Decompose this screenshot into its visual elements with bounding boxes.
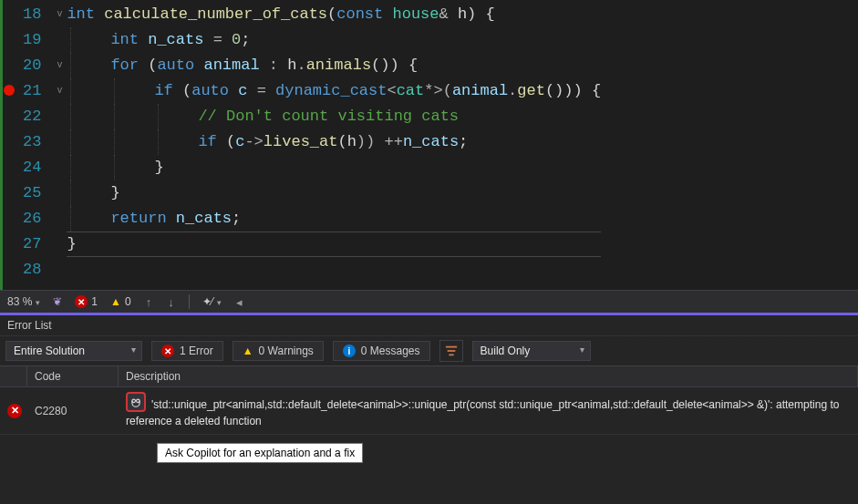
warning-icon: ▲ (243, 345, 253, 357)
col-description[interactable]: Description (119, 366, 858, 386)
copilot-explain-button[interactable] (126, 392, 146, 412)
error-list-toolbar: Entire Solution ✕ 1 Error ▲ 0 Warnings i… (0, 336, 858, 366)
build-dropdown[interactable]: Build Only (472, 341, 591, 361)
inline-warnings[interactable]: ▲ 0 (110, 295, 131, 308)
back-arrow[interactable]: ◂ (234, 295, 244, 309)
code-line[interactable] (67, 257, 601, 283)
inline-errors-count: 1 (91, 295, 98, 308)
error-icon: ✕ (7, 404, 22, 418)
breakpoint-gutter[interactable] (3, 0, 19, 290)
error-code: C2280 (27, 403, 119, 419)
error-description: 'std::unique_ptr<animal,std::default_del… (119, 390, 858, 431)
prev-issue-button[interactable]: ↑ (144, 295, 154, 309)
code-line[interactable]: // Don't count visiting cats (67, 104, 601, 129)
error-row[interactable]: ✕C2280'std::unique_ptr<animal,std::defau… (0, 387, 858, 435)
col-icon[interactable] (0, 366, 27, 386)
code-line[interactable]: if (c->lives_at(h)) ++n_cats; (67, 129, 601, 155)
code-cleanup-button[interactable]: ✦⁄ (202, 295, 222, 308)
zoom-dropdown[interactable]: 83 % (7, 295, 40, 308)
code-line[interactable]: } (67, 155, 601, 180)
copilot-tooltip: Ask Copilot for an explanation and a fix (157, 443, 363, 463)
inline-errors[interactable]: ✕ 1 (75, 295, 98, 308)
filter-messages-button[interactable]: i 0 Messages (333, 341, 430, 361)
health-icon[interactable]: ❦ (53, 295, 62, 308)
code-line[interactable]: } (67, 180, 601, 206)
breakpoint-marker[interactable] (4, 85, 15, 96)
code-line[interactable]: } (67, 231, 601, 257)
filter-warnings-button[interactable]: ▲ 0 Warnings (233, 341, 324, 361)
code-line[interactable]: int n_cats = 0; (67, 27, 601, 53)
filter-errors-button[interactable]: ✕ 1 Error (151, 341, 223, 361)
code-editor[interactable]: 1819202122232425262728 vvv int calculate… (0, 0, 858, 290)
svg-rect-0 (445, 346, 456, 348)
scope-dropdown[interactable]: Entire Solution (5, 341, 142, 361)
filter-icon-button[interactable] (439, 340, 463, 362)
info-icon: i (343, 345, 356, 357)
svg-rect-2 (449, 355, 453, 356)
fold-gutter[interactable]: vvv (52, 0, 67, 290)
code-line[interactable]: if (auto c = dynamic_cast<cat*>(animal.g… (67, 78, 601, 104)
code-line[interactable]: for (auto animal : h.animals()) { (67, 53, 601, 78)
error-list-header: Code Description (0, 366, 858, 387)
filter-messages-label: 0 Messages (361, 345, 420, 357)
editor-status-strip: 83 % ❦ ✕ 1 ▲ 0 ↑ ↓ ✦⁄ ◂ (0, 290, 858, 314)
error-icon: ✕ (161, 345, 174, 357)
filter-errors-label: 1 Error (180, 345, 213, 357)
code-line[interactable]: return n_cats; (67, 206, 601, 231)
line-number-gutter: 1819202122232425262728 (19, 0, 52, 290)
warning-icon: ▲ (110, 295, 121, 308)
code-area[interactable]: int calculate_number_of_cats(const house… (67, 0, 601, 290)
next-issue-button[interactable]: ↓ (166, 295, 176, 309)
error-list-panel: Error List Entire Solution ✕ 1 Error ▲ 0… (0, 315, 858, 504)
separator (189, 294, 190, 309)
inline-warnings-count: 0 (125, 295, 131, 308)
error-icon: ✕ (75, 295, 88, 308)
col-code[interactable]: Code (27, 366, 119, 386)
svg-rect-1 (447, 350, 455, 352)
code-line[interactable]: int calculate_number_of_cats(const house… (67, 2, 601, 27)
panel-title: Error List (0, 315, 858, 336)
filter-warnings-label: 0 Warnings (259, 345, 314, 357)
